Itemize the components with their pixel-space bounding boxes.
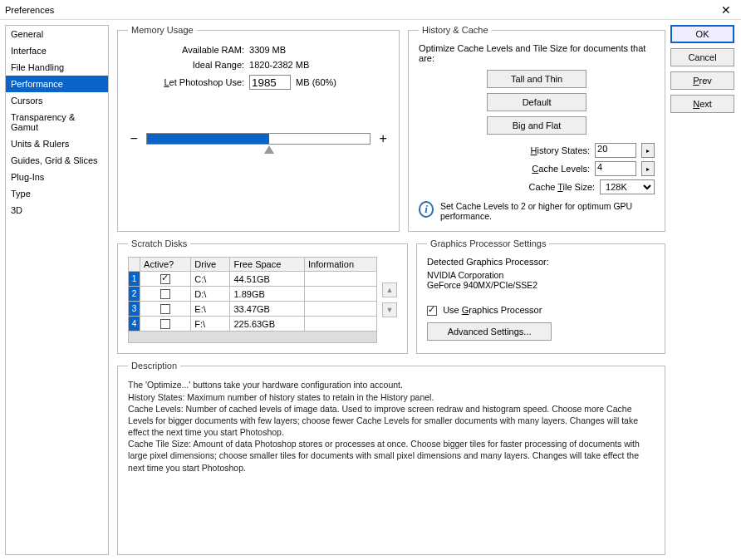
gpu-model: GeForce 940MX/PCIe/SSE2 [427,280,655,290]
cancel-button[interactable]: Cancel [670,48,734,66]
prev-button[interactable]: Prev [670,71,734,90]
let-photoshop-use-label: Let Photoshop Use: [128,77,244,87]
scratch-disks-group: Scratch Disks Active? Drive Free Space I… [117,238,408,354]
ok-button[interactable]: OK [670,25,734,43]
sidebar-item-performance[interactable]: Performance [6,76,108,92]
detected-gpu-label: Detected Graphics Processor: [427,257,655,267]
sidebar-item-cursors[interactable]: Cursors [6,92,108,109]
table-row[interactable]: 2 D:\ 1.89GB [129,287,377,302]
info-icon: i [419,201,434,218]
cache-tile-size-select[interactable]: 128K [600,179,655,194]
active-checkbox[interactable] [160,304,170,314]
category-sidebar: General Interface File Handling Performa… [5,25,109,555]
close-icon[interactable]: ✕ [716,3,736,17]
gpu-vendor: NVIDIA Corporation [427,270,655,280]
col-drive[interactable]: Drive [191,258,230,272]
description-legend: Description [128,361,180,371]
memory-slider[interactable] [146,133,370,145]
sidebar-item-units-rulers[interactable]: Units & Rulers [6,135,108,152]
scratch-disks-legend: Scratch Disks [128,238,190,248]
sidebar-item-plug-ins[interactable]: Plug-Ins [6,169,108,185]
history-states-label: History States: [531,145,591,155]
use-gpu-checkbox[interactable] [427,306,437,316]
memory-slider-fill [147,134,269,144]
advanced-settings-button[interactable]: Advanced Settings... [427,322,552,341]
move-down-button[interactable]: ▼ [382,302,397,317]
ideal-range-label: Ideal Range: [128,60,244,70]
sidebar-item-interface[interactable]: Interface [6,42,108,59]
sidebar-item-type[interactable]: Type [6,185,108,202]
sidebar-item-guides-grid-slices[interactable]: Guides, Grid & Slices [6,152,108,169]
scratch-disks-table: Active? Drive Free Space Information 1 C… [128,257,377,332]
cache-levels-label: Cache Levels: [532,164,590,174]
active-checkbox[interactable] [160,274,170,284]
sidebar-item-3d[interactable]: 3D [6,202,108,219]
memory-input[interactable] [249,75,291,90]
description-group: Description The 'Optimize...' buttons ta… [117,361,665,555]
history-states-stepper[interactable]: ▸ [641,143,655,158]
cache-tile-size-label: Cache Tile Size: [529,182,596,192]
col-free[interactable]: Free Space [230,258,305,272]
col-active[interactable]: Active? [140,258,191,272]
sidebar-item-general[interactable]: General [6,26,108,42]
table-row[interactable]: 4 F:\ 225.63GB [129,317,377,332]
optimize-text: Optimize Cache Levels and Tile Size for … [419,43,655,63]
ideal-range-value: 1820-2382 MB [249,60,309,70]
graphics-processor-group: Graphics Processor Settings Detected Gra… [416,238,665,354]
tall-thin-button[interactable]: Tall and Thin [487,70,586,88]
history-cache-legend: History & Cache [419,25,491,35]
use-gpu-label: Use Graphics Processor [443,305,542,315]
cache-levels-input[interactable]: 4 [595,161,636,176]
cache-info-text: Set Cache Levels to 2 or higher for opti… [440,201,655,221]
table-row[interactable]: 1 C:\ 44.51GB [129,272,377,287]
memory-suffix: MB (60%) [296,77,336,87]
sidebar-item-transparency-gamut[interactable]: Transparency & Gamut [6,109,108,135]
active-checkbox[interactable] [160,289,170,299]
memory-increase-button[interactable]: + [377,131,389,146]
memory-usage-legend: Memory Usage [128,25,197,35]
cache-levels-stepper[interactable]: ▸ [641,161,655,176]
next-button[interactable]: Next [670,95,734,113]
active-checkbox[interactable] [160,319,170,329]
available-ram-value: 3309 MB [249,45,286,55]
big-flat-button[interactable]: Big and Flat [487,116,586,135]
memory-slider-thumb[interactable] [264,145,274,154]
description-text: The 'Optimize...' buttons take your hard… [128,379,655,473]
scratch-scrollbar[interactable] [128,332,377,343]
memory-usage-group: Memory Usage Available RAM: 3309 MB Idea… [117,25,400,232]
sidebar-item-file-handling[interactable]: File Handling [6,59,108,76]
window-title: Preferences [5,5,54,15]
default-button[interactable]: Default [487,93,586,111]
graphics-processor-legend: Graphics Processor Settings [427,238,549,248]
available-ram-label: Available RAM: [128,45,244,55]
history-states-input[interactable]: 20 [595,143,636,158]
memory-decrease-button[interactable]: − [128,131,140,146]
history-cache-group: History & Cache Optimize Cache Levels an… [408,25,665,232]
move-up-button[interactable]: ▲ [382,282,397,297]
col-info[interactable]: Information [305,258,377,272]
table-row[interactable]: 3 E:\ 33.47GB [129,302,377,317]
